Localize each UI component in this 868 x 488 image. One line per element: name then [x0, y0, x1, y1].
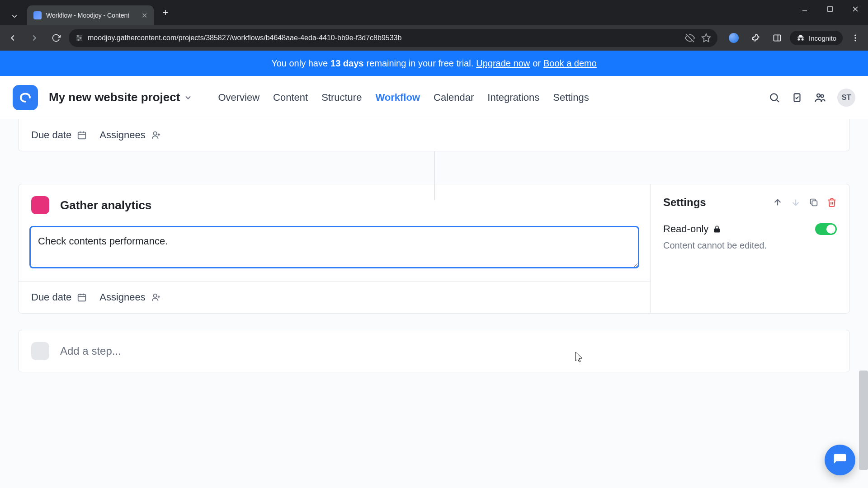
incognito-indicator[interactable]: Incognito — [790, 31, 843, 45]
browser-tab-strip: Workflow - Moodjoy - Content ✕ + — [0, 0, 868, 25]
svg-rect-29 — [78, 295, 86, 301]
app-header: My new website project Overview Content … — [0, 76, 868, 119]
svg-point-26 — [153, 132, 156, 135]
add-person-icon — [151, 130, 161, 140]
due-date-button[interactable]: Due date — [31, 291, 87, 303]
tab-favicon — [33, 11, 42, 19]
tab-search-dropdown[interactable] — [4, 7, 25, 25]
step-settings-panel: Settings — [651, 184, 849, 313]
tab-workflow[interactable]: Workflow — [375, 92, 420, 103]
tab-title: Workflow - Moodjoy - Content — [46, 12, 137, 19]
user-avatar[interactable]: ST — [837, 89, 855, 107]
banner-text-pre: You only have — [271, 58, 328, 69]
add-step-chip — [31, 342, 49, 360]
project-dropdown-icon[interactable] — [184, 93, 193, 102]
svg-rect-12 — [774, 35, 781, 41]
readonly-label: Read-only — [663, 223, 721, 235]
minimize-button[interactable] — [792, 0, 817, 18]
svg-rect-1 — [828, 7, 832, 11]
nav-tabs: Overview Content Structure Workflow Cale… — [218, 92, 589, 103]
app-logo[interactable] — [13, 85, 38, 110]
browser-tab[interactable]: Workflow - Moodjoy - Content ✕ — [27, 5, 154, 25]
step-card-gather-analytics: Gather analytics Due date Assignees — [18, 184, 850, 314]
maximize-button[interactable] — [817, 0, 843, 18]
site-settings-icon[interactable] — [75, 34, 83, 42]
assignees-button[interactable]: Assignees — [99, 129, 161, 141]
move-down-icon[interactable] — [791, 197, 801, 207]
book-demo-link[interactable]: Book a demo — [543, 58, 597, 69]
delete-icon[interactable] — [827, 197, 837, 207]
svg-rect-38 — [812, 201, 817, 206]
tab-settings[interactable]: Settings — [553, 92, 589, 103]
connector-line — [18, 168, 850, 184]
svg-point-21 — [821, 94, 824, 97]
url-text: moodjoy.gathercontent.com/projects/38582… — [88, 34, 401, 42]
add-person-icon — [151, 292, 161, 302]
move-up-icon[interactable] — [773, 197, 783, 207]
duplicate-icon[interactable] — [809, 197, 819, 207]
search-icon[interactable] — [769, 92, 780, 103]
svg-point-8 — [80, 38, 81, 39]
tab-overview[interactable]: Overview — [218, 92, 259, 103]
bookmark-star-icon[interactable] — [701, 33, 711, 43]
calendar-icon — [77, 130, 87, 140]
svg-rect-22 — [78, 132, 86, 139]
people-icon[interactable] — [814, 91, 826, 104]
header-actions: ST — [769, 89, 855, 107]
assignees-label: Assignees — [99, 291, 146, 303]
browser-menu-button[interactable] — [846, 29, 864, 47]
browser-toolbar: moodjoy.gathercontent.com/projects/38582… — [0, 25, 868, 51]
lock-icon — [713, 225, 721, 233]
step-description-input[interactable] — [29, 226, 639, 268]
previous-step-card-partial: Due date Assignees — [18, 119, 850, 151]
svg-point-20 — [817, 94, 820, 97]
assignees-label: Assignees — [99, 129, 146, 141]
project-name[interactable]: My new website project — [49, 90, 180, 104]
banner-or: or — [533, 58, 541, 69]
svg-point-16 — [854, 40, 856, 41]
help-chat-button[interactable] — [825, 445, 855, 475]
reload-button[interactable] — [47, 29, 65, 47]
incognito-icon — [796, 33, 805, 42]
close-window-button[interactable] — [843, 0, 868, 18]
incognito-label: Incognito — [809, 34, 836, 42]
svg-line-18 — [777, 100, 779, 102]
trial-banner: You only have 13 days remaining in your … — [0, 51, 868, 76]
eye-off-icon[interactable] — [685, 33, 695, 43]
calendar-icon — [77, 292, 87, 302]
svg-point-7 — [77, 35, 79, 37]
assignees-button[interactable]: Assignees — [99, 291, 161, 303]
forward-button[interactable] — [25, 29, 43, 47]
side-panel-button[interactable] — [768, 29, 786, 47]
svg-point-14 — [854, 35, 856, 36]
window-controls — [792, 0, 868, 18]
svg-point-9 — [78, 39, 79, 41]
readonly-help-text: Content cannot be edited. — [663, 240, 837, 251]
svg-point-33 — [153, 294, 156, 297]
due-date-label: Due date — [31, 129, 71, 141]
clipboard-icon[interactable] — [791, 92, 803, 103]
tab-integrations[interactable]: Integrations — [487, 92, 539, 103]
address-bar[interactable]: moodjoy.gathercontent.com/projects/38582… — [69, 29, 717, 47]
tab-structure[interactable]: Structure — [321, 92, 362, 103]
tab-calendar[interactable]: Calendar — [434, 92, 474, 103]
back-button[interactable] — [4, 29, 22, 47]
upgrade-now-link[interactable]: Upgrade now — [476, 58, 530, 69]
new-tab-button[interactable]: + — [157, 7, 174, 19]
svg-marker-11 — [702, 34, 710, 42]
due-date-label: Due date — [31, 291, 71, 303]
chat-icon — [833, 453, 847, 467]
step-title[interactable]: Gather analytics — [60, 198, 151, 212]
readonly-toggle[interactable] — [815, 223, 837, 235]
tab-close-icon[interactable]: ✕ — [142, 11, 147, 20]
tab-content[interactable]: Content — [273, 92, 308, 103]
extensions-button[interactable] — [746, 29, 764, 47]
scrollbar[interactable] — [859, 371, 868, 470]
due-date-button[interactable]: Due date — [31, 129, 87, 141]
step-color-chip[interactable] — [31, 196, 49, 214]
profile-button[interactable] — [725, 29, 743, 47]
add-step-label: Add a step... — [60, 345, 121, 357]
banner-text-mid: remaining in your free trial. — [366, 58, 473, 69]
banner-days: 13 days — [330, 58, 363, 69]
add-step-button[interactable]: Add a step... — [18, 330, 850, 372]
